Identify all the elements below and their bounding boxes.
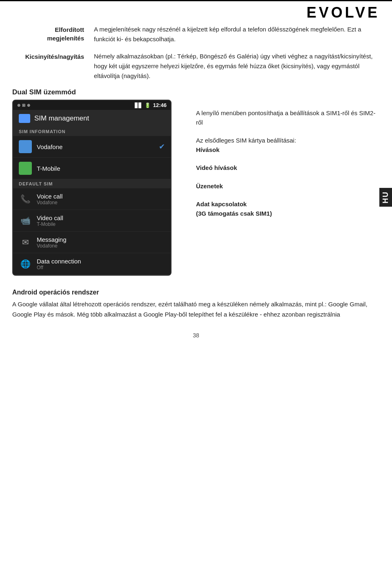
android-section: Android operációs rendszer A Google váll…: [12, 287, 380, 320]
annotation-calls: Hívások: [196, 146, 220, 153]
voice-call-row: 📞 Voice call Vodafone: [13, 188, 171, 210]
annotation-data: Adat kapcsolatok(3G támogatás csak SIM1): [196, 200, 380, 218]
vodafone-check: ✔: [159, 142, 165, 151]
section-text-elfordított: A megjelenítések nagy részénél a kijelze…: [94, 25, 380, 44]
annotation-dropdown-text: A lenyíló menüben pontosíthatja a beállí…: [196, 109, 375, 126]
annotation-primary-sim: Az elsődleges SIM kártya beállításai: Hí…: [196, 136, 380, 154]
data-connection-row: 🌐 Data connection Off: [13, 253, 171, 275]
data-connection-text: Data connection Off: [37, 258, 165, 270]
messaging-icon: ✉: [19, 236, 32, 249]
android-text: A Google vállalat által létrehozott oper…: [12, 299, 380, 320]
section-elfordított: Elfordítottmegjelenítés A megjelenítések…: [12, 25, 380, 44]
status-icon-3: ⊕: [27, 103, 30, 107]
vodafone-color-box: [19, 140, 32, 153]
logo: EVOLVE: [307, 4, 380, 21]
vodafone-name: Vodafone: [37, 143, 154, 150]
data-connection-value: Off: [37, 265, 165, 270]
messaging-text: Messaging Vodafone: [37, 236, 165, 249]
status-icons: ⊕ ⊞ ⊕: [17, 103, 30, 107]
video-call-row: 📹 Video call T-Mobile: [13, 210, 171, 232]
voice-call-text: Voice call Vodafone: [37, 193, 165, 205]
video-call-name: Video call: [37, 214, 165, 221]
voice-call-icon: 📞: [19, 192, 32, 205]
phone-header: SIM management: [13, 110, 171, 127]
section-text-kicsinyítés: Némely alkalmazásokban (pl.: Térkép, Bön…: [94, 51, 380, 81]
android-title: Android operációs rendszer: [12, 287, 380, 298]
sim-management-title: SIM management: [34, 114, 89, 123]
sim-tmobile-row: T-Mobile ✔: [13, 158, 171, 179]
status-icon-1: ⊕: [17, 103, 20, 107]
video-call-icon: 📹: [19, 214, 32, 227]
top-border: [0, 0, 392, 1]
annotation-primary-text: Az elsődleges SIM kártya beállításai:: [196, 137, 296, 144]
data-connection-name: Data connection: [37, 258, 165, 265]
sim-info-divider: SIM INFORMATION: [13, 127, 171, 136]
sim-vodafone-row: Vodafone ✔: [13, 136, 171, 158]
voice-call-name: Voice call: [37, 193, 165, 200]
data-connection-icon: 🌐: [19, 257, 32, 270]
page-number: 38: [12, 332, 380, 347]
tmobile-name: T-Mobile: [37, 165, 154, 172]
annotation-messages-text: Üzenetek: [196, 183, 223, 190]
status-icon-2: ⊞: [22, 103, 25, 107]
video-call-sub: T-Mobile: [37, 221, 165, 227]
phone-status-bar: ⊕ ⊞ ⊕ ▊▊ 🔋 12:46: [13, 100, 171, 110]
dual-sim-title: Dual SIM üzemmód: [12, 88, 184, 96]
annotation-video-text: Videó hívások: [196, 164, 237, 171]
section-label-elfordított: Elfordítottmegjelenítés: [12, 25, 94, 44]
annotation-messages: Üzenetek: [196, 182, 380, 191]
battery-icon: 🔋: [145, 103, 151, 108]
video-call-text: Video call T-Mobile: [37, 214, 165, 227]
annotation-video: Videó hívások: [196, 163, 380, 173]
sim-management-icon: [19, 114, 30, 123]
status-time: 12:46: [153, 102, 167, 108]
dual-sim-right: A lenyíló menüben pontosíthatja a beállí…: [184, 88, 380, 227]
section-label-kicsinyítés: Kicsinyítés/nagyítás: [12, 51, 94, 81]
annotation-data-text: Adat kapcsolatok(3G támogatás csak SIM1): [196, 201, 272, 217]
signal-bars: ▊▊: [135, 103, 142, 108]
voice-call-sub: Vodafone: [37, 200, 165, 205]
annotation-dropdown: A lenyíló menüben pontosíthatja a beállí…: [196, 109, 380, 127]
section-kicsinyítés: Kicsinyítés/nagyítás Némely alkalmazások…: [12, 51, 380, 81]
messaging-sub: Vodafone: [37, 243, 165, 249]
tmobile-check: ✔: [159, 164, 165, 173]
default-sim-divider: DEFAULT SIM: [13, 179, 171, 188]
messaging-name: Messaging: [37, 236, 165, 243]
messaging-row: ✉ Messaging Vodafone: [13, 232, 171, 253]
tmobile-color-box: [19, 162, 32, 175]
phone-mockup: ⊕ ⊞ ⊕ ▊▊ 🔋 12:46 SIM management: [12, 100, 172, 276]
dual-sim-left: Dual SIM üzemmód ⊕ ⊞ ⊕ ▊▊ 🔋 12:46: [12, 88, 184, 276]
dual-sim-section: Dual SIM üzemmód ⊕ ⊞ ⊕ ▊▊ 🔋 12:46: [12, 88, 380, 276]
